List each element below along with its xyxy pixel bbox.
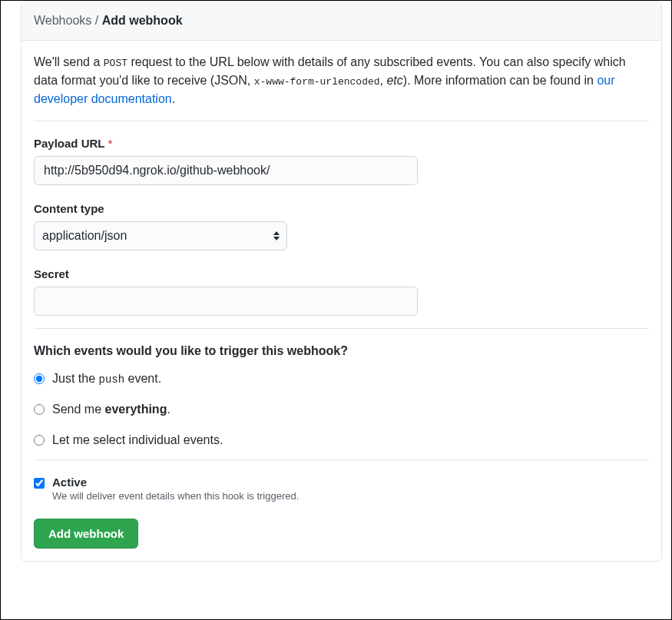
active-checkbox[interactable] [34, 478, 45, 489]
radio-just-push-mono: push [98, 373, 124, 386]
payload-url-label-text: Payload URL [34, 137, 104, 150]
intro-etc: etc [386, 74, 402, 87]
radio-just-push-pre: Just the [52, 372, 98, 385]
radio-just-push[interactable] [34, 373, 45, 384]
intro-text: We'll send a POST request to the URL bel… [34, 53, 649, 121]
active-label: Active [52, 476, 299, 489]
radio-everything[interactable] [34, 404, 45, 415]
breadcrumb-separator: / [95, 14, 98, 27]
breadcrumb-current: Add webhook [102, 14, 183, 27]
breadcrumb-parent[interactable]: Webhooks [34, 14, 91, 27]
content-type-label: Content type [34, 202, 649, 215]
radio-option-everything[interactable]: Send me everything. [34, 403, 649, 416]
radio-everything-bold: everything [104, 403, 167, 416]
radio-individual[interactable] [34, 435, 45, 446]
active-checkbox-row[interactable]: Active We will deliver event details whe… [34, 476, 649, 502]
secret-label: Secret [34, 267, 649, 280]
intro-method: POST [104, 58, 127, 69]
add-webhook-button[interactable]: Add webhook [34, 519, 138, 549]
intro-encoded: x-www-form-urlencoded [254, 76, 380, 88]
panel-header: Webhooks / Add webhook [22, 2, 661, 41]
radio-everything-post: . [167, 403, 170, 416]
webhook-panel: Webhooks / Add webhook We'll send a POST… [21, 1, 662, 562]
events-title: Which events would you like to trigger t… [34, 344, 649, 358]
intro-period: . [172, 92, 175, 105]
breadcrumb: Webhooks / Add webhook [34, 14, 649, 28]
active-note: We will deliver event details when this … [52, 490, 299, 502]
radio-just-push-post: event. [124, 372, 161, 385]
secret-input[interactable] [34, 287, 418, 316]
required-asterisk: * [108, 137, 112, 150]
radio-option-individual[interactable]: Let me select individual events. [34, 433, 649, 447]
content-type-select[interactable]: application/json [34, 221, 287, 250]
payload-url-label: Payload URL * [34, 137, 649, 150]
radio-option-just-push[interactable]: Just the push event. [34, 372, 649, 386]
radio-everything-pre: Send me [52, 403, 104, 416]
radio-individual-text: Let me select individual events. [52, 433, 223, 447]
intro-mid3: ). More information can be found in [403, 74, 598, 87]
payload-url-input[interactable] [34, 156, 418, 185]
intro-prefix: We'll send a [34, 55, 104, 68]
